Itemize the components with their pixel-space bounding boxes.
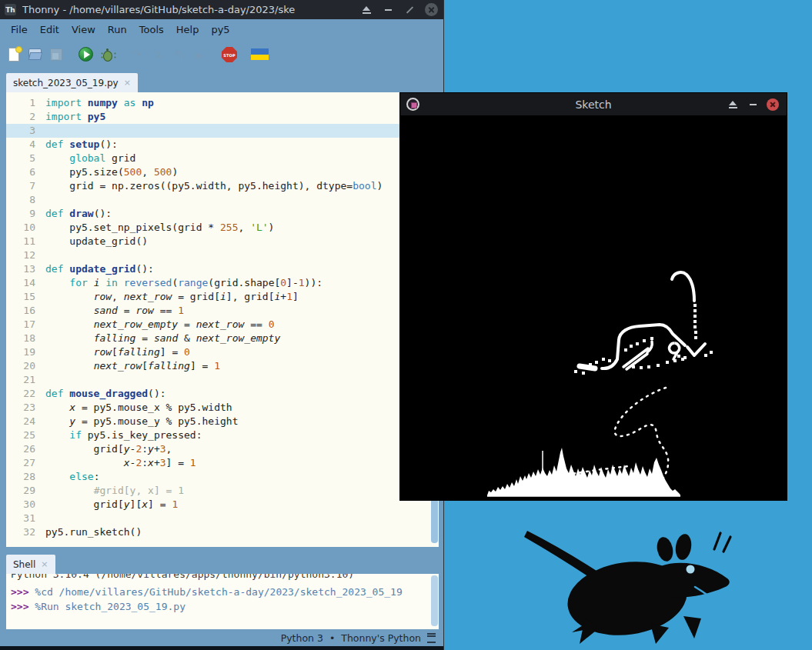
- line-number: 1: [6, 96, 45, 110]
- sketch-close-icon[interactable]: [767, 98, 779, 111]
- shell-tab-close-icon[interactable]: ×: [41, 559, 48, 569]
- code-line[interactable]: 12: [6, 248, 439, 262]
- ukraine-flag-icon[interactable]: [251, 46, 269, 63]
- code-text: y = py5.mouse_y % py5.height: [45, 415, 238, 428]
- open-file-icon[interactable]: [27, 46, 44, 63]
- line-number: 17: [6, 318, 45, 332]
- run-script-icon[interactable]: [78, 46, 95, 63]
- code-line[interactable]: 25 if py5.is_key_pressed:: [6, 428, 439, 442]
- code-line[interactable]: 7 grid = np.zeros((py5.width, py5.height…: [6, 179, 439, 193]
- line-number: 9: [6, 207, 45, 221]
- shade-window-icon[interactable]: [359, 2, 374, 18]
- code-line[interactable]: 31: [6, 512, 439, 525]
- menu-view[interactable]: View: [65, 22, 102, 38]
- sketch-minimize-icon[interactable]: [745, 97, 760, 112]
- shell-output-line[interactable]: Python 3.10.4 (/home/villares/apps/thonn…: [11, 574, 439, 582]
- thonny-titlebar[interactable]: Th Thonny - /home/villares/GitHub/sketch…: [0, 0, 443, 19]
- sand-dot: [602, 358, 605, 361]
- close-window-icon[interactable]: [425, 3, 438, 16]
- line-number: 31: [6, 512, 45, 525]
- line-number: 28: [6, 470, 45, 484]
- backend-menu-icon[interactable]: [427, 633, 436, 643]
- shell-output: Python 3.10.4 (/home/villares/apps/thonn…: [11, 574, 354, 580]
- menu-py5[interactable]: py5: [205, 22, 236, 38]
- shell-command-line[interactable]: >>> %cd /home/villares/GitHub/sketch-a-d…: [11, 585, 439, 599]
- code-line[interactable]: 9def draw():: [6, 207, 439, 221]
- thonny-window: Th Thonny - /home/villares/GitHub/sketch…: [0, 0, 444, 650]
- code-line[interactable]: 28 else:: [6, 470, 439, 484]
- code-line[interactable]: 17 next_row_empty = next_row == 0: [6, 318, 439, 332]
- step-into-icon: [149, 46, 166, 63]
- mouse-eye: [687, 565, 695, 574]
- code-line[interactable]: 15 row, next_row = grid[i], grid[i+1]: [6, 290, 439, 304]
- menu-help[interactable]: Help: [170, 22, 206, 38]
- code-line[interactable]: 27 x-2:x+3] = 1: [6, 456, 439, 470]
- code-line[interactable]: 19 row[falling] = 0: [6, 345, 439, 359]
- menu-tools[interactable]: Tools: [133, 22, 170, 38]
- line-number: 23: [6, 401, 45, 415]
- editor-tab-label: sketch_2023_05_19.py: [13, 78, 119, 88]
- restore-window-icon[interactable]: [402, 2, 417, 18]
- code-line[interactable]: 20 next_row[falling] = 1: [6, 359, 439, 373]
- code-line[interactable]: 22def mouse_dragged():: [6, 387, 439, 401]
- new-file-icon[interactable]: [6, 46, 23, 63]
- code-line[interactable]: 24 y = py5.mouse_y % py5.height: [6, 415, 439, 428]
- code-text: for i in reversed(range(grid.shape[0]-1)…: [45, 276, 322, 290]
- sketch-canvas[interactable]: [400, 115, 787, 500]
- code-editor[interactable]: 1import numpy as np2import py534def setu…: [6, 92, 439, 547]
- code-line[interactable]: 14 for i in reversed(range(grid.shape[0]…: [6, 276, 439, 290]
- statusbar: Python 3 • Thonny's Python: [0, 629, 443, 646]
- code-line[interactable]: 30 grid[y][x] = 1: [6, 498, 439, 512]
- code-line[interactable]: 32py5.run_sketch(): [6, 525, 439, 539]
- mouse-whisker-1: [714, 533, 720, 549]
- minimize-window-icon[interactable]: [380, 2, 396, 18]
- mouse-ear-left: [655, 535, 675, 562]
- sand-dot: [694, 336, 697, 339]
- code-line[interactable]: 3: [6, 124, 439, 138]
- code-line[interactable]: 11 update_grid(): [6, 235, 439, 248]
- code-line[interactable]: 2import py5: [6, 110, 439, 124]
- shell-scrollbar[interactable]: [431, 575, 438, 626]
- menu-edit[interactable]: Edit: [34, 22, 65, 38]
- sand-dot: [595, 361, 598, 364]
- shell-tab-label: Shell: [13, 559, 35, 570]
- code-line[interactable]: 8: [6, 193, 439, 207]
- menu-run[interactable]: Run: [102, 22, 133, 38]
- sand-dot: [636, 342, 639, 345]
- sketch-titlebar[interactable]: Sketch: [400, 93, 787, 115]
- sand-dot: [657, 364, 660, 367]
- line-number: 29: [6, 484, 45, 498]
- code-text: x = py5.mouse_x % py5.width: [45, 401, 232, 415]
- code-text: next_row_empty = next_row == 0: [45, 318, 274, 332]
- code-text: grid[y-2:y+3,: [45, 442, 172, 456]
- line-number: 13: [6, 262, 45, 276]
- code-line[interactable]: 4def setup():: [6, 138, 439, 152]
- code-line[interactable]: 23 x = py5.mouse_x % py5.width: [6, 401, 439, 415]
- sketch-shade-icon[interactable]: [725, 97, 740, 112]
- code-line[interactable]: 1import numpy as np: [6, 96, 439, 110]
- step-over-icon: [129, 46, 145, 63]
- shell-command-line[interactable]: >>> %Run sketch_2023_05_19.py: [11, 599, 439, 614]
- debug-script-icon[interactable]: [99, 46, 115, 63]
- code-line[interactable]: 5 global grid: [6, 152, 439, 165]
- code-line[interactable]: 10 py5.set_np_pixels(grid * 255, 'L'): [6, 221, 439, 235]
- line-number: 27: [6, 456, 45, 470]
- stop-reset-icon[interactable]: [221, 46, 238, 63]
- code-line[interactable]: 6 py5.size(500, 500): [6, 165, 439, 179]
- editor-tab[interactable]: sketch_2023_05_19.py ×: [6, 73, 138, 92]
- desktop[interactable]: Th Thonny - /home/villares/GitHub/sketch…: [0, 0, 812, 650]
- menu-file[interactable]: File: [5, 22, 34, 38]
- shell-panel[interactable]: Python 3.10.4 (/home/villares/apps/thonn…: [6, 574, 439, 629]
- code-line[interactable]: 18 falling = sand & next_row_empty: [6, 332, 439, 345]
- tab-close-icon[interactable]: ×: [124, 78, 131, 88]
- code-line[interactable]: 26 grid[y-2:y+3,: [6, 442, 439, 456]
- code-line[interactable]: 16 sand = row == 1: [6, 304, 439, 318]
- code-line[interactable]: 21: [6, 373, 439, 387]
- code-line[interactable]: 13def update_grid():: [6, 262, 439, 276]
- mouse-foot-front: [683, 616, 701, 638]
- sand-dot: [574, 370, 577, 373]
- shell-tab[interactable]: Shell ×: [6, 555, 55, 574]
- statusbar-backend[interactable]: Thonny's Python: [341, 632, 421, 644]
- code-text: import py5: [45, 110, 105, 124]
- code-line[interactable]: 29 #grid[y, x] = 1: [6, 484, 439, 498]
